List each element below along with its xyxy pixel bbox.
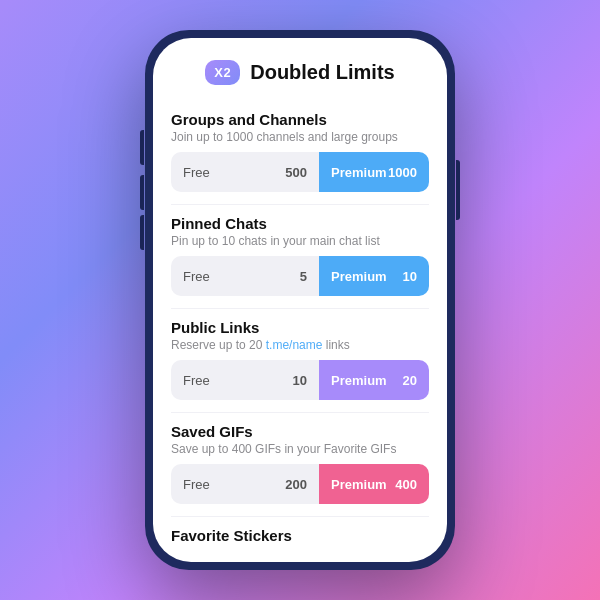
section-public-links: Public Links Reserve up to 20 t.me/name … [153,309,447,412]
phone-frame: X2 Doubled Limits Groups and Channels Jo… [145,30,455,570]
section-title-pinned: Pinned Chats [171,215,429,232]
free-value-groups: 500 [285,165,307,180]
premium-label-groups: Premium [331,165,387,180]
limit-bar-gifs: Free 200 Premium 400 [171,464,429,504]
section-desc-pinned: Pin up to 10 chats in your main chat lis… [171,234,429,248]
section-title-groups: Groups and Channels [171,111,429,128]
premium-value-groups: 1000 [388,165,417,180]
section-groups-channels: Groups and Channels Join up to 1000 chan… [153,101,447,204]
premium-label-gifs: Premium [331,477,387,492]
section-favorite-stickers: Favorite Stickers [153,517,447,558]
free-value-gifs: 200 [285,477,307,492]
free-label-gifs: Free [183,477,210,492]
free-side-links: Free 10 [171,360,319,400]
header-title: Doubled Limits [250,61,394,84]
premium-label-pinned: Premium [331,269,387,284]
header: X2 Doubled Limits [153,38,447,97]
free-value-pinned: 5 [300,269,307,284]
content: Groups and Channels Join up to 1000 chan… [153,97,447,562]
premium-value-gifs: 400 [395,477,417,492]
limit-bar-pinned: Free 5 Premium 10 [171,256,429,296]
free-label-links: Free [183,373,210,388]
section-desc-groups: Join up to 1000 channels and large group… [171,130,429,144]
x2-badge: X2 [205,60,240,85]
free-value-links: 10 [293,373,307,388]
premium-side-links: Premium 20 [319,360,429,400]
section-title-links: Public Links [171,319,429,336]
free-label-pinned: Free [183,269,210,284]
section-saved-gifs: Saved GIFs Save up to 400 GIFs in your F… [153,413,447,516]
premium-side-gifs: Premium 400 [319,464,429,504]
free-side-pinned: Free 5 [171,256,319,296]
section-pinned-chats: Pinned Chats Pin up to 10 chats in your … [153,205,447,308]
limit-bar-groups: Free 500 Premium 1000 [171,152,429,192]
premium-side-pinned: Premium 10 [319,256,429,296]
free-label-groups: Free [183,165,210,180]
premium-label-links: Premium [331,373,387,388]
limit-bar-links: Free 10 Premium 20 [171,360,429,400]
premium-side-groups: Premium 1000 [319,152,429,192]
section-desc-gifs: Save up to 400 GIFs in your Favorite GIF… [171,442,429,456]
section-title-stickers: Favorite Stickers [171,527,429,544]
free-side-gifs: Free 200 [171,464,319,504]
phone-screen: X2 Doubled Limits Groups and Channels Jo… [153,38,447,562]
tme-link[interactable]: t.me/name [266,338,323,352]
free-side-groups: Free 500 [171,152,319,192]
premium-value-pinned: 10 [403,269,417,284]
section-title-gifs: Saved GIFs [171,423,429,440]
section-desc-links: Reserve up to 20 t.me/name links [171,338,429,352]
premium-value-links: 20 [403,373,417,388]
